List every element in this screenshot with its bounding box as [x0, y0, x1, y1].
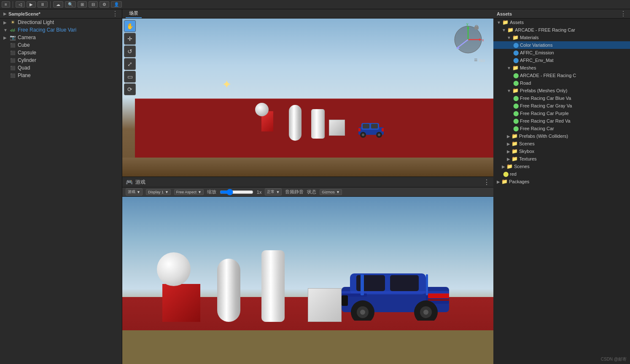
display-dropdown[interactable]: Display 1 ▼ — [146, 189, 171, 195]
svg-text:x: x — [482, 38, 484, 42]
game-car-svg — [337, 253, 455, 321]
hierarchy-item-quad[interactable]: ⬛ Quad — [0, 64, 122, 72]
svg-point-33 — [360, 310, 365, 315]
gizmos-dropdown[interactable]: Gizmos ▼ — [320, 189, 342, 195]
svg-point-7 — [378, 134, 380, 136]
scene-blue-car — [356, 115, 386, 140]
asset-item-car-base[interactable]: ⬤ Free Racing Car — [493, 125, 630, 132]
scene-tab[interactable]: 场景 — [126, 9, 142, 18]
scene-white-cube — [329, 120, 345, 136]
skybox-folder-icon: 📁 — [512, 148, 518, 154]
scene-capsule1 — [289, 105, 302, 141]
asset-item-scenes-inner[interactable]: ▶ 📁 Scenes — [493, 140, 630, 147]
arcade-mesh-icon: ⬤ — [513, 72, 519, 78]
scenes-root-folder-icon: 📁 — [506, 163, 513, 169]
mute-label: 音频静音 — [285, 189, 304, 195]
tool-rect[interactable]: ▭ — [124, 71, 136, 83]
scene-tab-bar: 场景 — [122, 9, 493, 19]
tool-rotate[interactable]: ↺ — [124, 46, 136, 57]
prefabs-meshes-folder-icon: 📁 — [512, 88, 519, 94]
toolbar-home[interactable]: ≡ — [2, 1, 10, 8]
asset-item-arcade[interactable]: ▼ 📁 ARCADE - FREE Racing Car — [493, 26, 630, 34]
svg-rect-3 — [371, 124, 378, 128]
asset-item-env-mat[interactable]: ⬤ AFRC_Env_Mat — [493, 56, 630, 64]
car-base-icon: ⬤ — [513, 126, 519, 131]
toolbar-btn-cloud[interactable]: ☁ — [53, 1, 63, 8]
asset-item-red-scene[interactable]: ⬤ red — [493, 170, 630, 178]
hierarchy-item-car[interactable]: ▼ 🏎 Free Racing Car Blue Vari — [0, 26, 122, 34]
tool-transform[interactable]: ⟳ — [124, 83, 136, 95]
svg-rect-9 — [382, 128, 384, 131]
iso-label: ≡ Iso — [474, 56, 485, 63]
aspect-dropdown[interactable]: Free Aspect ▼ — [174, 189, 204, 195]
normal-dropdown[interactable]: 正常 ▼ — [265, 188, 282, 195]
left-panel: 场景 ✦ — [122, 9, 493, 364]
toolbar-btn-play[interactable]: ▶ — [27, 1, 36, 8]
materials-folder-icon: 📁 — [512, 35, 519, 40]
asset-item-car-blue[interactable]: ⬤ Free Racing Car Blue Va — [493, 94, 630, 102]
meshes-folder-icon: 📁 — [512, 65, 519, 71]
hierarchy-item-directional-light[interactable]: ▶ ☀ Directional Light — [0, 19, 122, 26]
assets-menu-btn[interactable]: ⋮ — [620, 10, 627, 18]
asset-item-textures[interactable]: ▶ 📁 Textures — [493, 155, 630, 163]
asset-item-prefabs-colliders[interactable]: ▶ 📁 Prefabs (With Colliders) — [493, 132, 630, 140]
asset-item-prefabs-meshes[interactable]: ▼ 📁 Prefabs (Meshes Only) — [493, 87, 630, 94]
svg-rect-27 — [428, 293, 449, 298]
capsule-icon: ⬛ — [9, 51, 16, 55]
tool-move[interactable]: ✛ — [124, 33, 136, 45]
asset-item-assets[interactable]: ▼ 📁 Assets — [493, 19, 630, 26]
asset-item-car-gray[interactable]: ⬤ Free Racing Car Gray Va — [493, 102, 630, 110]
scene-viewport[interactable]: ✦ — [122, 19, 493, 177]
scene-sphere — [255, 103, 269, 116]
hierarchy-item-camera[interactable]: ▶ 📷 Camera — [0, 34, 122, 41]
toolbar-btn-account[interactable]: 👤 — [111, 1, 122, 8]
hierarchy-item-cube[interactable]: ⬛ Cube — [0, 41, 122, 49]
hierarchy-item-capsule[interactable]: ⬛ Capsule — [0, 49, 122, 56]
game-view-menu-btn[interactable]: ⋮ — [483, 178, 490, 186]
hierarchy-panel: ▶ SampleScene* ⋮ ▶ ☀ Directional Light ▼… — [0, 9, 122, 364]
toolbar-btn-pause[interactable]: ⏸ — [38, 1, 48, 8]
cylinder-icon: ⬛ — [9, 58, 16, 63]
sun-icon: ✦ — [222, 78, 232, 91]
asset-item-car-purple[interactable]: ⬤ Free Racing Car Purple — [493, 110, 630, 117]
asset-item-meshes[interactable]: ▼ 📁 Meshes — [493, 64, 630, 72]
toolbar-btn-settings[interactable]: ⚙ — [100, 1, 109, 8]
top-toolbar: ≡ ◁ ▶ ⏸ ☁ 🔍 ⊞ ⊟ ⚙ 👤 — [0, 0, 630, 9]
toolbar-btn-layers[interactable]: ⊞ — [78, 1, 87, 8]
toolbar-btn-1[interactable]: ◁ — [16, 1, 25, 8]
emission-icon: ⬤ — [513, 50, 519, 56]
game-capsule1 — [217, 259, 240, 322]
scale-slider[interactable] — [220, 189, 253, 195]
tool-hand[interactable]: ✋ — [124, 20, 136, 32]
scale-value: 1x — [257, 190, 262, 195]
asset-item-emission[interactable]: ⬤ AFRC_Emission — [493, 49, 630, 56]
game-dropdown[interactable]: 游戏 ▼ — [126, 188, 143, 195]
toolbar-btn-layout[interactable]: ⊟ — [89, 1, 98, 8]
game-viewport[interactable] — [122, 197, 493, 364]
asset-item-materials[interactable]: ▼ 📁 Materials — [493, 34, 630, 41]
game-tab-label: 游戏 — [135, 179, 145, 186]
hierarchy-item-cylinder[interactable]: ⬛ Cylinder — [0, 56, 122, 64]
game-ground — [122, 330, 493, 364]
game-sphere — [157, 252, 191, 286]
textures-folder-icon: 📁 — [512, 156, 518, 162]
hierarchy-header: ▶ SampleScene* ⋮ — [0, 9, 122, 19]
asset-item-color-variations[interactable]: ⬤ Color Variations — [493, 41, 630, 49]
toolbar-search[interactable]: 🔍 — [65, 1, 76, 8]
hierarchy-item-plane[interactable]: ⬛ Plane — [0, 72, 122, 79]
toolbar-sep-2 — [50, 1, 51, 8]
asset-item-arcade-mesh[interactable]: ⬤ ARCADE - FREE Racing C — [493, 72, 630, 79]
scenes-inner-folder-icon: 📁 — [512, 141, 518, 147]
asset-item-packages[interactable]: ▶ 📁 Packages — [493, 178, 630, 185]
hierarchy-menu-btn[interactable]: ⋮ — [112, 10, 118, 18]
env-mat-icon: ⬤ — [513, 57, 519, 63]
tool-scale[interactable]: ⤢ — [124, 58, 136, 70]
asset-item-car-red[interactable]: ⬤ Free Racing Car Red Va — [493, 117, 630, 125]
asset-item-scenes-root[interactable]: ▶ 📁 Scenes — [493, 163, 630, 170]
cube-icon: ⬛ — [9, 43, 16, 48]
assets-tree: ▼ 📁 Assets ▼ 📁 ARCADE - FREE Racing Car … — [493, 19, 630, 364]
scene-left-tools: ✋ ✛ ↺ ⤢ ▭ ⟳ — [124, 20, 136, 95]
red-scene-icon: ⬤ — [503, 171, 509, 177]
asset-item-road[interactable]: ⬤ Road — [493, 79, 630, 87]
asset-item-skybox[interactable]: ▶ 📁 Skybox — [493, 147, 630, 155]
